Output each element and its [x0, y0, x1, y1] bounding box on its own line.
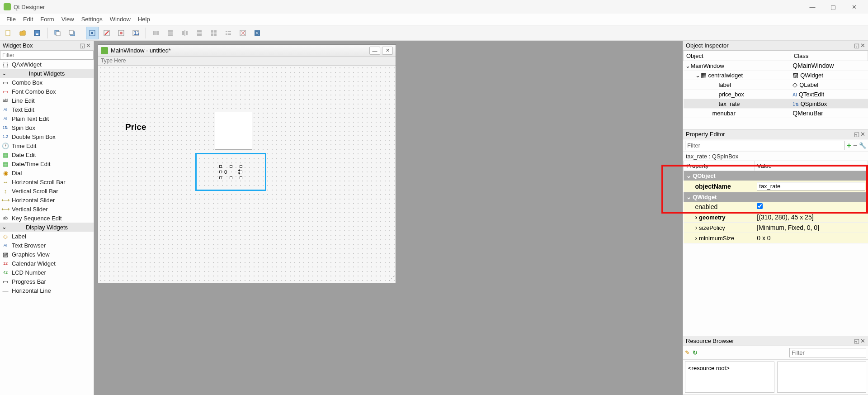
bring-front-button[interactable] [66, 27, 78, 39]
edit-widgets-button[interactable] [86, 27, 99, 39]
dock-close-icon[interactable]: ✕ [860, 338, 865, 344]
form-close-button[interactable]: ✕ [382, 47, 393, 55]
widget-item[interactable]: ↔Horizontal Scroll Bar [0, 177, 94, 186]
new-form-button[interactable] [2, 27, 14, 39]
property-row-minimumsize[interactable]: › minimumSize0 x 0 [684, 233, 868, 243]
property-group-qwidget[interactable]: ⌄ QWidget [684, 192, 868, 202]
resource-tree[interactable]: <resource root> [685, 362, 774, 393]
dock-float-icon[interactable]: ◱ [854, 42, 859, 49]
widget-item[interactable]: AIPlain Text Edit [0, 114, 94, 123]
send-back-button[interactable] [51, 27, 64, 39]
dock-close-icon[interactable]: ✕ [860, 131, 865, 138]
form-canvas[interactable]: Price 0 ▲▼ ⋰ [98, 66, 396, 283]
widget-item[interactable]: ▭Combo Box [0, 78, 94, 87]
widget-item[interactable]: ablLine Edit [0, 96, 94, 105]
form-minimize-button[interactable]: — [369, 47, 380, 55]
widget-item[interactable]: 1.2Double Spin Box [0, 132, 94, 141]
object-row[interactable]: label◇ QLabel [684, 80, 868, 90]
property-filter[interactable] [685, 141, 845, 150]
design-area[interactable]: MainWindow - untitled* — ✕ Type Here Pri… [94, 41, 683, 395]
edit-signals-button[interactable] [100, 27, 113, 39]
break-layout-button[interactable] [236, 27, 249, 39]
object-tree[interactable]: ObjectClass ⌄MainWindowQMainWindow ⌄▦ ce… [683, 51, 868, 118]
widget-item[interactable]: 12Calendar Widget [0, 259, 94, 268]
object-row[interactable]: ⌄▦ centralwidget▨ QWidget [684, 71, 868, 80]
tax-rate-spinbox-selection[interactable]: 0 ▲▼ [195, 153, 266, 191]
widget-item[interactable]: ⟷Horizontal Slider [0, 195, 94, 205]
form-menubar[interactable]: Type Here [98, 57, 396, 66]
dock-close-icon[interactable]: ✕ [860, 42, 865, 49]
layout-vsplit-button[interactable] [193, 27, 206, 39]
property-group-qobject[interactable]: ⌄ QObject [684, 171, 868, 181]
property-row-geometry[interactable]: › geometry[(310, 280), 45 x 25] [684, 212, 868, 223]
widget-item[interactable]: ▦Date Edit [0, 150, 94, 159]
layout-horizontal-button[interactable] [150, 27, 162, 39]
menu-view[interactable]: View [58, 16, 78, 23]
price-box-textedit[interactable] [215, 112, 252, 150]
edit-buddies-button[interactable] [115, 27, 127, 39]
widget-item[interactable]: 42LCD Number [0, 268, 94, 277]
menu-help[interactable]: Help [134, 16, 154, 23]
property-row-enabled[interactable]: enabled [684, 202, 868, 212]
widget-item[interactable]: ▦Date/Time Edit [0, 159, 94, 168]
col-object[interactable]: Object [684, 51, 791, 61]
layout-vertical-button[interactable] [164, 27, 177, 39]
widget-category-display[interactable]: ⌄Display Widgets [0, 223, 94, 232]
widget-item[interactable]: —Horizontal Line [0, 286, 94, 295]
dock-close-icon[interactable]: ✕ [86, 42, 91, 49]
object-row[interactable]: ⌄MainWindowQMainWindow [684, 61, 868, 71]
widget-item[interactable]: 🕐Time Edit [0, 141, 94, 150]
maximize-button[interactable]: ▢ [823, 0, 844, 14]
widget-item[interactable]: ▭Progress Bar [0, 277, 94, 286]
layout-form-button[interactable] [222, 27, 235, 39]
edit-resources-icon[interactable]: ✎ [685, 349, 690, 356]
widget-item[interactable]: ◇Label [0, 232, 94, 241]
widget-item[interactable]: ▭Font Combo Box [0, 87, 94, 96]
menu-window[interactable]: Window [106, 16, 134, 23]
widget-category-input[interactable]: ⌄Input Widgets [0, 69, 94, 78]
add-property-icon[interactable]: + [847, 142, 851, 150]
resource-preview[interactable] [777, 362, 867, 393]
dock-float-icon[interactable]: ◱ [854, 131, 859, 138]
dock-float-icon[interactable]: ◱ [80, 42, 85, 49]
open-button[interactable] [16, 27, 29, 39]
object-row-selected[interactable]: tax_rate1⇅ QSpinBox [684, 99, 868, 109]
widget-box-filter[interactable] [0, 51, 94, 60]
object-row[interactable]: price_boxAI QTextEdit [684, 90, 868, 99]
minimize-button[interactable]: — [802, 0, 823, 14]
price-label[interactable]: Price [125, 122, 146, 132]
col-class[interactable]: Class [791, 51, 868, 61]
menu-settings[interactable]: Settings [78, 16, 106, 23]
col-value[interactable]: Value [754, 161, 868, 171]
dock-float-icon[interactable]: ◱ [854, 338, 859, 344]
config-property-icon[interactable]: 🔧 [859, 142, 866, 149]
widget-item[interactable]: ↕Vertical Scroll Bar [0, 186, 94, 195]
menu-file[interactable]: File [3, 16, 19, 23]
enabled-checkbox[interactable] [757, 203, 763, 209]
menu-form[interactable]: Form [37, 16, 57, 23]
widget-item[interactable]: ◉Dial [0, 168, 94, 177]
remove-property-icon[interactable]: − [853, 142, 857, 150]
edit-tab-order-button[interactable]: 12 [129, 27, 142, 39]
object-row[interactable]: menubarQMenuBar [684, 109, 868, 118]
property-row-objectname[interactable]: objectName [684, 181, 868, 192]
form-window[interactable]: MainWindow - untitled* — ✕ Type Here Pri… [98, 44, 396, 283]
save-button[interactable] [31, 27, 43, 39]
tax-rate-spinbox[interactable]: 0 ▲▼ [221, 167, 241, 178]
layout-hsplit-button[interactable] [179, 27, 191, 39]
property-table[interactable]: PropertyValue ⌄ QObject objectName ⌄ QWi… [683, 161, 868, 243]
col-property[interactable]: Property [684, 161, 755, 171]
widget-item[interactable]: abKey Sequence Edit [0, 214, 94, 223]
widget-item[interactable]: ⟷Vertical Slider [0, 205, 94, 214]
resize-grip-icon[interactable]: ⋰ [389, 275, 394, 281]
close-button[interactable]: ✕ [844, 0, 864, 14]
widget-item[interactable]: AIText Browser [0, 241, 94, 250]
objectname-input[interactable] [757, 182, 865, 190]
menu-edit[interactable]: Edit [19, 16, 37, 23]
resource-filter[interactable] [789, 348, 866, 357]
adjust-size-button[interactable] [251, 27, 264, 39]
reload-resources-icon[interactable]: ↻ [693, 349, 698, 356]
widget-item[interactable]: AIText Edit [0, 105, 94, 114]
widget-item[interactable]: ▨Graphics View [0, 250, 94, 259]
property-row-sizepolicy[interactable]: › sizePolicy[Minimum, Fixed, 0, 0] [684, 223, 868, 233]
